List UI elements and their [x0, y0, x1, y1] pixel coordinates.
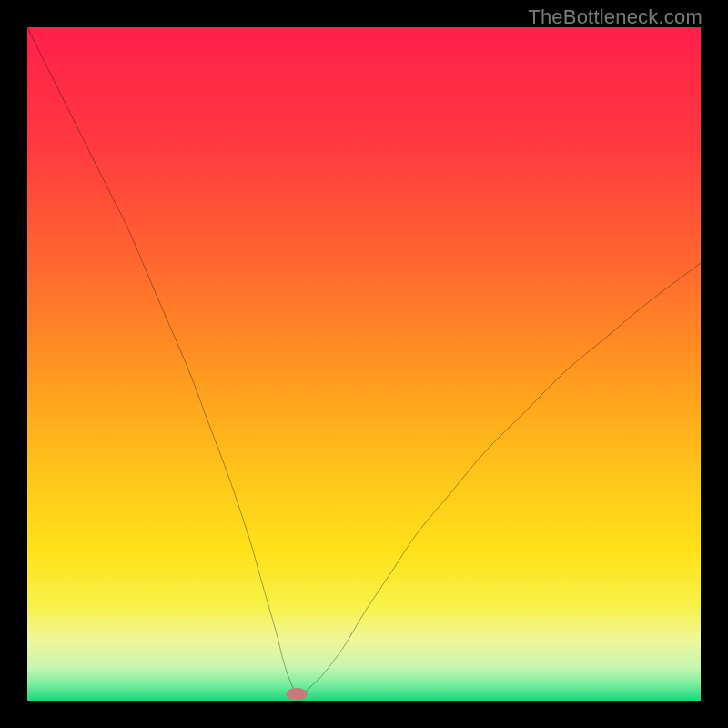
chart-frame: TheBottleneck.com — [0, 0, 728, 728]
optimum-marker — [286, 688, 308, 700]
watermark-text: TheBottleneck.com — [528, 5, 703, 29]
plot-area — [27, 27, 701, 701]
bottleneck-curve — [27, 27, 701, 701]
